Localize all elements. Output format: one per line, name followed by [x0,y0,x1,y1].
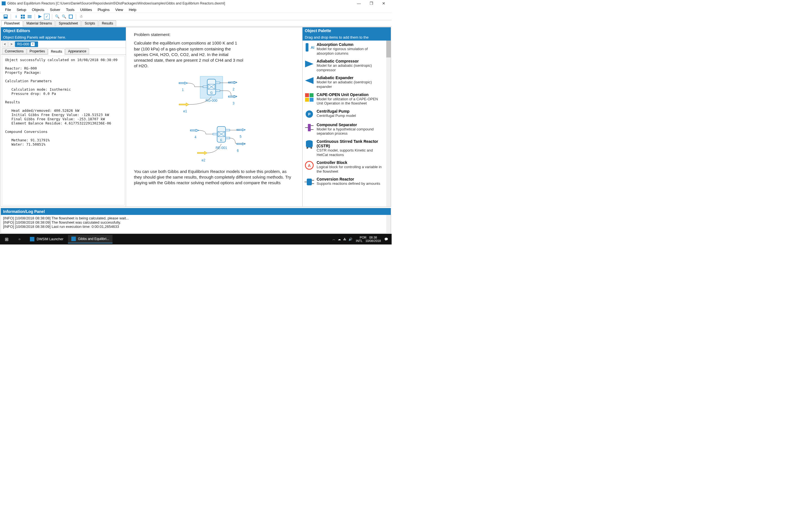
subtab-results[interactable]: Results [48,48,65,55]
log-content[interactable]: [INFO] [10/08/2018 08:38:08] The flowshe… [1,215,391,233]
palette-item[interactable]: Compound Separator Model for a hypotheti… [303,121,391,137]
menu-plugins[interactable]: Plugins [95,7,112,12]
stream-5-label: 5 [240,135,242,138]
palette-item[interactable]: AB Absorption Column Model for rigorous … [303,41,391,57]
tray-action-center-icon[interactable]: 💬 [384,237,388,241]
palette-scrollbar[interactable] [386,41,391,207]
tab-material-streams[interactable]: Material Streams [23,20,55,26]
stream-5-arrow[interactable] [230,129,245,131]
menu-view[interactable]: View [112,7,126,12]
menu-tools[interactable]: Tools [63,7,77,12]
svg-point-44 [310,147,312,149]
save-icon[interactable] [3,14,8,19]
svg-text:P: P [308,112,311,116]
menu-bar: File Setup Objects Solver Tools Utilitie… [0,7,392,13]
maximize-button[interactable]: ❐ [365,0,377,7]
sliders-icon[interactable] [27,14,33,19]
snowman-icon[interactable]: ☃ [79,14,84,19]
tab-spreadsheet[interactable]: Spreadsheet [56,20,81,26]
menu-utilities[interactable]: Utilities [77,7,95,12]
object-tab-label: RG-000 [17,42,29,46]
cortana-button[interactable]: ○ [13,234,26,244]
svg-rect-18 [216,90,220,92]
tab-flowsheet[interactable]: Flowsheet [1,20,23,26]
menu-file[interactable]: File [2,7,14,12]
svg-rect-25 [225,129,230,131]
palette-item[interactable]: Continuous Stirred Tank Reactor (CSTR) C… [303,137,391,159]
object-tab-close-icon[interactable]: × [31,42,35,46]
log-scrollbar[interactable] [386,215,391,233]
document-tabs: Flowsheet Material Streams Spreadsheet S… [0,20,392,26]
taskbar-app-gibbs[interactable]: Gibbs and Equilibri... [68,235,113,243]
stream-1-arrow[interactable] [179,82,203,87]
stream-3-label: 3 [233,101,235,105]
svg-rect-10 [69,15,72,18]
tray-chevron-icon[interactable]: ︿ [333,237,336,241]
fit-icon[interactable] [68,14,73,19]
tray-lang-clock[interactable]: POR08:38 INTL10/08/2018 [355,236,382,242]
palette-item-icon [304,139,314,149]
check-icon[interactable]: ✓ [44,14,50,19]
svg-text:AB: AB [311,45,314,50]
svg-rect-4 [21,17,22,18]
results-text-area[interactable]: Object successfully calculated on 10/08/… [2,56,124,205]
palette-item[interactable]: Conversion Reactor Supports reactions de… [303,175,391,189]
palette-item-icon [304,177,314,187]
close-button[interactable]: ✕ [377,0,390,7]
windows-taskbar: ⊞ ○ DWSIM Launcher Gibbs and Equilibri..… [0,234,392,244]
start-button[interactable]: ⊞ [0,234,13,244]
reactor-re001-block[interactable]: E [213,126,230,142]
svg-rect-35 [310,98,313,102]
problem-body: Calculate the equilibrium compositions a… [134,40,244,69]
reactor-2-name: RE-001 [215,146,227,150]
reactor-diagram-1[interactable]: 1 G RG-000 2 [172,74,257,119]
svg-rect-47 [307,179,312,185]
palette-item-desc: Model for an adiabatic (isentropic) comp… [317,63,385,72]
palette-item[interactable]: A Controller Block Logical block for con… [303,159,391,175]
svg-marker-9 [38,15,42,18]
object-editors-header: Object Editors [1,27,126,34]
palette-item-title: Continuous Stirred Tank Reactor (CSTR) [317,139,385,148]
palette-item[interactable]: Adiabatic Expander Model for an adiabati… [303,74,391,91]
subtab-connections[interactable]: Connections [2,48,27,54]
menu-setup[interactable]: Setup [14,7,29,12]
tab-results[interactable]: Results [99,20,116,26]
log-header: Information/Log Panel [1,208,391,215]
palette-item-title: Controller Block [317,160,385,165]
reactor-diagram-2[interactable]: 4 E RE-001 5 [172,121,257,166]
tray-network-icon[interactable]: 🖧 [343,237,346,241]
taskbar-app-dwsim-launcher[interactable]: DWSIM Launcher [27,235,67,243]
info-icon[interactable]: i [13,14,19,19]
energy-e1-label: e1 [183,109,187,113]
window-title: Gibbs and Equilibrium Reactors [C:\Users… [7,1,225,5]
svg-rect-24 [213,133,217,135]
toolbar: i ✓ 🔍 🔍 ☃ [0,13,392,20]
palette-item[interactable]: Adiabatic Compressor Model for an adiaba… [303,57,391,74]
nav-prev-button[interactable]: < [2,41,8,47]
palette-item-desc: Model for rigorous simulation of absorpt… [317,47,385,55]
stream-4-arrow[interactable] [190,129,214,134]
zoom-in-icon[interactable]: 🔍 [54,14,60,19]
tray-onedrive-icon[interactable]: ☁ [338,237,341,241]
stream-4-label: 4 [195,135,197,139]
system-tray[interactable]: ︿ ☁ 🖧 🔊 POR08:38 INTL10/08/2018 💬 [329,236,392,242]
object-tab-rg000[interactable]: RG-000 × [15,41,38,47]
subtab-appearance[interactable]: Appearance [65,48,89,54]
stream-6-arrow[interactable] [230,138,245,145]
palette-item-icon: A [304,160,314,170]
palette-item[interactable]: CAPE-OPEN CAPE-OPEN Unit Operation Model… [303,91,391,107]
menu-help[interactable]: Help [126,7,139,12]
svg-rect-16 [203,86,207,88]
play-icon[interactable] [37,14,43,19]
nav-next-button[interactable]: > [8,41,14,47]
subtab-properties[interactable]: Properties [27,48,48,54]
flowsheet-canvas[interactable]: Problem statement: Calculate the equilib… [126,27,302,207]
grid-icon[interactable] [20,14,26,19]
palette-item[interactable]: P Centrifugal Pump Centrifugal Pump mode… [303,107,391,121]
minimize-button[interactable]: — [353,0,365,7]
menu-solver[interactable]: Solver [47,7,63,12]
tab-scripts[interactable]: Scripts [82,20,98,26]
menu-objects[interactable]: Objects [29,7,47,12]
zoom-out-icon[interactable]: 🔍 [61,14,67,19]
tray-volume-icon[interactable]: 🔊 [349,237,352,241]
